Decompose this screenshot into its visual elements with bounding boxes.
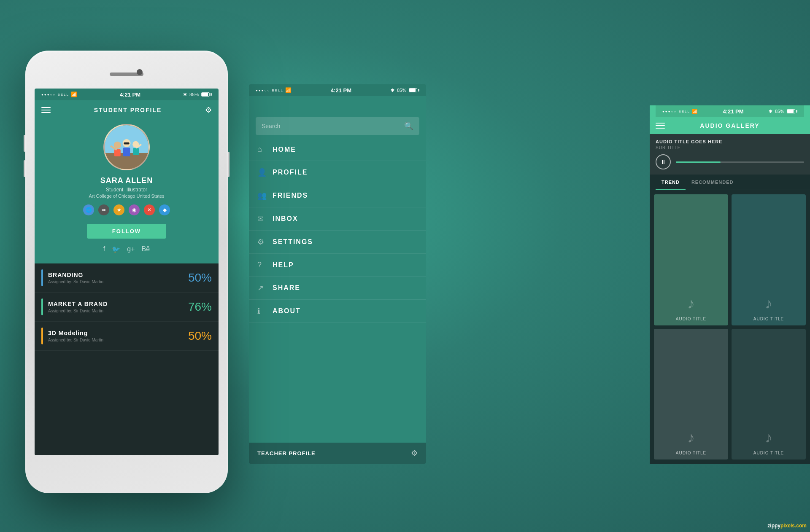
- phone1-battery-icon: [201, 92, 212, 97]
- friends-icon: 👥: [257, 191, 273, 200]
- course-title-3d: 3D Modeling: [48, 330, 188, 336]
- phone1-battery-percent: 85%: [189, 92, 199, 97]
- profile-icon: 👤: [257, 168, 273, 177]
- menu-item-help[interactable]: ? HELP: [249, 254, 426, 277]
- search-icon[interactable]: 🔍: [404, 121, 413, 131]
- profile-name: SARA ALLEN: [100, 176, 153, 185]
- course-item-market[interactable]: MARKET A BRAND Assigned by: Sir David Ma…: [35, 293, 219, 322]
- teacher-profile-bar[interactable]: TEACHER PROFILE ⚙: [249, 443, 426, 464]
- course-assigned-3d: Assigned by: Sir David Martin: [48, 338, 188, 342]
- facebook-icon[interactable]: f: [103, 245, 105, 253]
- phone3-battery-icon: [787, 109, 797, 113]
- googleplus-icon[interactable]: g+: [127, 245, 135, 253]
- audio-card-2[interactable]: ♪ AUDIO TITLE: [732, 194, 806, 325]
- course-assigned-market: Assigned by: Sir David Martin: [48, 309, 188, 313]
- tab-recommended[interactable]: RECOMMENDED: [686, 175, 740, 190]
- svg-rect-7: [114, 149, 121, 156]
- about-icon: ℹ: [257, 306, 273, 316]
- badge-icon-4: ◉: [129, 204, 140, 215]
- phone3-bluetooth-icon: ✱: [769, 109, 772, 114]
- watermark-pixels: pixels.com: [780, 523, 807, 529]
- student-profile-screen: ●●●○○ BELL 📶 4:21 PM ✱ 85%: [35, 89, 219, 455]
- menu-screen: ●●●○○ BELL 📶 4:21 PM ✱ 85% Search 🔍: [249, 84, 426, 464]
- course-assigned-branding: Assigned by: Sir David Martin: [48, 279, 188, 284]
- twitter-icon[interactable]: 🐦: [112, 245, 120, 253]
- behance-icon[interactable]: Bē: [142, 245, 150, 253]
- now-playing-subtitle: SUB TITLE: [656, 145, 804, 150]
- phone2-wifi-icon: 📶: [285, 87, 292, 93]
- teacher-profile-label: TEACHER PROFILE: [257, 450, 316, 457]
- menu-item-inbox[interactable]: ✉ INBOX: [249, 207, 426, 231]
- settings-gear-icon[interactable]: ⚙: [205, 105, 212, 115]
- watermark-zippy: zippy: [767, 523, 780, 529]
- about-label: ABOUT: [273, 307, 301, 315]
- phone2-container: ●●●○○ BELL 📶 4:21 PM ✱ 85% Search 🔍: [249, 84, 426, 464]
- music-note-icon-1: ♪: [687, 295, 695, 312]
- audio-card-1[interactable]: ♪ AUDIO TITLE: [654, 194, 728, 325]
- audio-app-header: ●●●○○ BELL 📶 4:21 PM ✱ 85%: [650, 105, 810, 134]
- audio-gallery-screen: ●●●○○ BELL 📶 4:21 PM ✱ 85%: [650, 105, 810, 464]
- phone3-wifi-icon: 📶: [692, 109, 698, 114]
- tab-trend[interactable]: TREND: [656, 175, 686, 190]
- phone2-status-left: ●●●○○ BELL 📶: [256, 87, 292, 93]
- home-label: HOME: [273, 146, 296, 153]
- audio-card-4[interactable]: ♪ AUDIO TITLE: [732, 329, 806, 460]
- course-info-3d: 3D Modeling Assigned by: Sir David Marti…: [48, 330, 188, 342]
- phone3-battery-percent: 85%: [775, 109, 784, 114]
- phone1-wifi-icon: 📶: [71, 91, 77, 97]
- phone2-carrier: ●●●○○ BELL: [256, 89, 284, 92]
- course-info-branding: BRANDING Assigned by: Sir David Martin: [48, 271, 188, 284]
- audio-hamburger-icon[interactable]: [656, 123, 665, 129]
- phone1-camera: [137, 69, 143, 75]
- phone1-status-bar: ●●●○○ BELL 📶 4:21 PM ✱ 85%: [35, 89, 219, 100]
- follow-button[interactable]: FOLLOW: [87, 224, 166, 239]
- course-info-market: MARKET A BRAND Assigned by: Sir David Ma…: [48, 301, 188, 313]
- inbox-icon: ✉: [257, 214, 273, 223]
- menu-search-bar[interactable]: Search 🔍: [256, 117, 419, 135]
- course-item-3d[interactable]: 3D Modeling Assigned by: Sir David Marti…: [35, 322, 219, 351]
- phone3-status-bar: ●●●○○ BELL 📶 4:21 PM ✱ 85%: [656, 105, 804, 117]
- course-item-branding[interactable]: BRANDING Assigned by: Sir David Martin 5…: [35, 263, 219, 293]
- courses-section: BRANDING Assigned by: Sir David Martin 5…: [35, 263, 219, 455]
- friends-label: FRIENDS: [273, 192, 308, 199]
- audio-card-title-2: AUDIO TITLE: [753, 317, 784, 321]
- phone1-app-header: STUDENT PROFILE ⚙: [35, 100, 219, 120]
- music-note-icon-3: ♪: [687, 429, 695, 446]
- phone3-container: ●●●○○ BELL 📶 4:21 PM ✱ 85%: [650, 105, 810, 464]
- phone3-carrier: ●●●○○ BELL: [662, 110, 690, 113]
- phone1-bluetooth-icon: ✱: [183, 92, 187, 97]
- progress-fill: [676, 161, 721, 163]
- badge-icon-1: 🌐: [83, 204, 94, 215]
- settings-icon: ⚙: [257, 237, 273, 247]
- pause-button[interactable]: ⏸: [656, 154, 671, 169]
- menu-item-share[interactable]: ↗ SHARE: [249, 277, 426, 300]
- menu-item-about[interactable]: ℹ ABOUT: [249, 300, 426, 323]
- menu-item-profile[interactable]: 👤 PROFILE: [249, 161, 426, 184]
- phone1-carrier: ●●●○○ BELL: [41, 93, 69, 97]
- audio-grid: ♪ AUDIO TITLE ♪ AUDIO TITLE ♪ AUDIO TITL…: [650, 190, 810, 464]
- menu-items-list: ⌂ HOME 👤 PROFILE 👥 FRIENDS ✉ INBOX ⚙: [249, 138, 426, 443]
- menu-item-settings[interactable]: ⚙ SETTINGS: [249, 231, 426, 254]
- menu-item-friends[interactable]: 👥 FRIENDS: [249, 184, 426, 207]
- phone1-container: ●●●○○ BELL 📶 4:21 PM ✱ 85%: [25, 51, 228, 493]
- menu-item-home[interactable]: ⌂ HOME: [249, 138, 426, 161]
- phone1-time: 4:21 PM: [120, 91, 140, 98]
- course-bar-3d: [41, 328, 43, 344]
- badge-icon-6: ◆: [159, 204, 170, 215]
- course-percent-market: 76%: [188, 300, 212, 314]
- audio-card-3[interactable]: ♪ AUDIO TITLE: [654, 329, 728, 460]
- badge-icon-5: ✕: [144, 204, 155, 215]
- progress-track[interactable]: [676, 161, 804, 163]
- search-placeholder: Search: [262, 123, 404, 129]
- phone2-battery-icon: [409, 88, 419, 92]
- profile-role: Student- Illustrator: [106, 187, 147, 193]
- phone2-status-right: ✱ 85%: [391, 88, 419, 93]
- hamburger-menu-icon[interactable]: [41, 107, 51, 113]
- share-icon: ↗: [257, 283, 273, 293]
- phone1-screen: ●●●○○ BELL 📶 4:21 PM ✱ 85%: [35, 89, 219, 455]
- teacher-settings-icon[interactable]: ⚙: [411, 449, 418, 458]
- phone1-status-right: ✱ 85%: [183, 92, 212, 97]
- player-controls: ⏸: [656, 154, 804, 169]
- phone1-vol-up-button: [24, 135, 25, 152]
- course-title-branding: BRANDING: [48, 271, 188, 278]
